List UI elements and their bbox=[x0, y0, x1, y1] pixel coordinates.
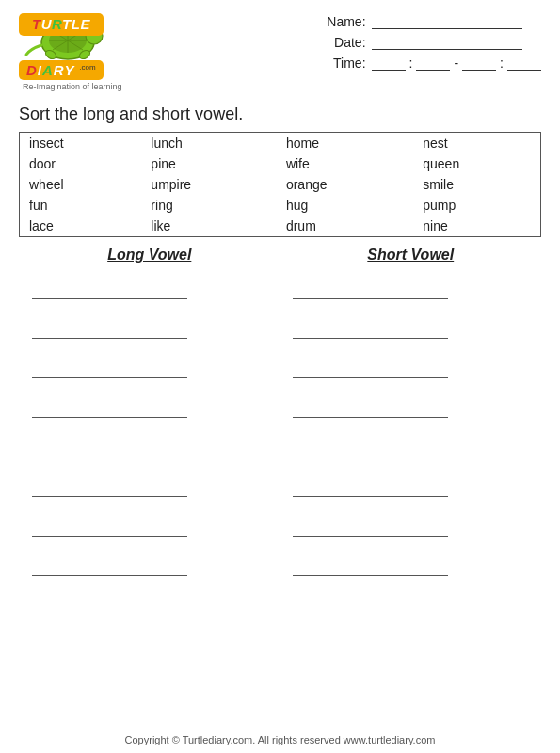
table-row: insect lunch home nest bbox=[20, 133, 540, 153]
answer-line[interactable] bbox=[293, 395, 448, 418]
list-item: queen bbox=[413, 153, 540, 174]
name-input-line[interactable] bbox=[372, 14, 522, 29]
list-item: nest bbox=[413, 133, 540, 153]
list-item: door bbox=[20, 153, 141, 174]
time-min[interactable] bbox=[416, 56, 450, 71]
list-item: lunch bbox=[141, 133, 277, 153]
time-colon2: : bbox=[500, 56, 504, 71]
answer-line[interactable] bbox=[293, 316, 448, 339]
table-row: wheel umpire orange smile bbox=[20, 174, 540, 195]
answer-line[interactable] bbox=[293, 435, 448, 457]
word-table: insect lunch home nest door pine wife qu… bbox=[19, 132, 541, 237]
list-item: fun bbox=[20, 195, 141, 216]
time-colon1: : bbox=[409, 56, 413, 71]
time-label: Time: bbox=[324, 56, 366, 71]
short-vowel-column: Short Vowel bbox=[293, 247, 528, 593]
answer-line[interactable] bbox=[32, 277, 187, 299]
list-item: umpire bbox=[141, 174, 277, 195]
list-item: smile bbox=[413, 174, 540, 195]
answer-line[interactable] bbox=[293, 514, 448, 537]
list-item: wife bbox=[277, 153, 413, 174]
time-hour[interactable] bbox=[372, 56, 406, 71]
header: TURTLE DIARY .com Re-Imagination of lear… bbox=[0, 0, 560, 91]
instructions: Sort the long and short vowel. bbox=[0, 91, 560, 132]
list-item: wheel bbox=[20, 174, 141, 195]
date-input-line[interactable] bbox=[372, 35, 522, 50]
time-hour2[interactable] bbox=[462, 56, 496, 71]
table-row: lace like drum nine bbox=[20, 216, 540, 236]
name-row: Name: bbox=[324, 14, 541, 29]
date-label: Date: bbox=[324, 35, 366, 50]
svg-text:TURTLE: TURTLE bbox=[32, 16, 90, 32]
list-item: pine bbox=[141, 153, 277, 174]
list-item: like bbox=[141, 216, 277, 236]
answer-line[interactable] bbox=[32, 395, 187, 418]
list-item: hug bbox=[277, 195, 413, 216]
sort-section: Long Vowel Short Vowel bbox=[0, 237, 560, 593]
table-row: fun ring hug pump bbox=[20, 195, 540, 216]
logo-area: TURTLE DIARY .com Re-Imagination of lear… bbox=[9, 9, 122, 91]
long-vowel-header: Long Vowel bbox=[107, 247, 191, 264]
answer-line[interactable] bbox=[293, 356, 448, 378]
answer-line[interactable] bbox=[32, 514, 187, 537]
footer-text: Copyright © Turtlediary.com. All rights … bbox=[125, 734, 436, 745]
words-grid: insect lunch home nest door pine wife qu… bbox=[20, 133, 540, 236]
list-item: lace bbox=[20, 216, 141, 236]
answer-line[interactable] bbox=[293, 474, 448, 497]
long-vowel-column: Long Vowel bbox=[32, 247, 267, 593]
time-row: Time: : - : bbox=[324, 56, 541, 71]
list-item: pump bbox=[413, 195, 540, 216]
list-item: orange bbox=[277, 174, 413, 195]
turtle-icon: TURTLE bbox=[9, 9, 122, 64]
table-row: door pine wife queen bbox=[20, 153, 540, 174]
name-label: Name: bbox=[324, 14, 366, 29]
footer: Copyright © Turtlediary.com. All rights … bbox=[0, 734, 560, 745]
list-item: nine bbox=[413, 216, 540, 236]
list-item: drum bbox=[277, 216, 413, 236]
time-dash: - bbox=[454, 56, 458, 71]
short-vowel-header: Short Vowel bbox=[367, 247, 454, 264]
answer-line[interactable] bbox=[32, 316, 187, 339]
answer-line[interactable] bbox=[293, 277, 448, 299]
time-inputs: : - : bbox=[372, 56, 541, 71]
answer-line[interactable] bbox=[32, 553, 187, 576]
answer-line[interactable] bbox=[32, 435, 187, 457]
logo-tagline: Re-Imagination of learning bbox=[23, 82, 122, 91]
list-item: insect bbox=[20, 133, 141, 153]
form-fields: Name: Date: Time: : - : bbox=[324, 9, 541, 71]
instructions-text: Sort the long and short vowel. bbox=[19, 104, 243, 123]
list-item: ring bbox=[141, 195, 277, 216]
answer-line[interactable] bbox=[32, 474, 187, 497]
date-row: Date: bbox=[324, 35, 541, 50]
time-min2[interactable] bbox=[507, 56, 541, 71]
answer-line[interactable] bbox=[32, 356, 187, 378]
answer-line[interactable] bbox=[293, 553, 448, 576]
logo-com: .com bbox=[79, 63, 95, 72]
list-item: home bbox=[277, 133, 413, 153]
